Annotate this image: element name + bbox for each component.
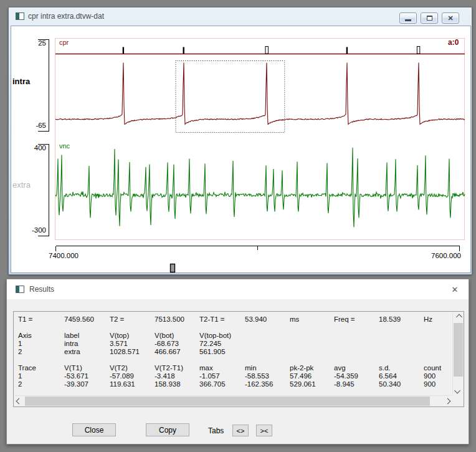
results-line: 1intra3.571-68.67372.245 xyxy=(14,340,452,348)
results-text: T1 =7459.560T2 =7513.500T2-T1 =53.940msF… xyxy=(14,315,452,395)
scroll-left-button[interactable] xyxy=(14,396,24,406)
app-icon xyxy=(16,12,24,20)
tabs-increase-button[interactable]: >< xyxy=(256,425,272,436)
y-axis-intra-bottom: -65 xyxy=(25,122,46,129)
minimize-button[interactable] xyxy=(399,12,417,24)
results-app-icon xyxy=(16,286,24,293)
results-line: TraceV(T1)V(T2)V(T2-T1)maxminpk-2-pkavgs… xyxy=(14,364,452,372)
chevron-down-icon xyxy=(454,388,460,394)
minimize-icon xyxy=(405,19,411,21)
close-button[interactable]: ✕ xyxy=(442,12,459,24)
scrollbar-corner xyxy=(453,396,464,406)
results-line: 2-39.307119.631158.938366.705-162.356529… xyxy=(14,380,452,388)
y-axis-extra-top: 400 xyxy=(25,144,46,151)
results-line xyxy=(14,324,452,332)
restore-icon xyxy=(427,16,432,21)
results-line xyxy=(14,356,452,364)
trace2-channel-label: vnc xyxy=(59,142,70,150)
x-axis-left-label: 7400.000 xyxy=(49,252,79,259)
results-line: 1-53.671-57.089-3.418-1.057-58.55357.496… xyxy=(14,372,452,380)
viewer-window-title: cpr intra extra.dtvw-dat xyxy=(28,12,104,21)
chevron-up-icon xyxy=(456,314,462,320)
annotation-label: a:0 xyxy=(448,38,459,47)
results-text-panel[interactable]: T1 =7459.560T2 =7513.500T2-T1 =53.940msF… xyxy=(13,311,464,407)
horizontal-scrollbar-thumb[interactable] xyxy=(25,397,430,406)
viewer-titlebar[interactable]: cpr intra extra.dtvw-dat ✕ xyxy=(9,7,472,26)
vertical-scrollbar-thumb[interactable] xyxy=(454,323,463,377)
copy-button[interactable]: Copy xyxy=(146,423,189,436)
results-window: Results ✕ T1 =7459.560T2 =7513.500T2-T1 … xyxy=(6,279,469,445)
event-channel-label: cpr xyxy=(59,39,69,46)
chevron-right-icon xyxy=(445,398,451,405)
results-line: AxislabelV(top)V(bot)V(top-bot) xyxy=(14,332,452,340)
restore-button[interactable] xyxy=(421,12,438,24)
results-line: 2extra1028.571466.667561.905 xyxy=(14,348,452,356)
vertical-scrollbar[interactable] xyxy=(452,312,464,396)
scroll-up-button[interactable] xyxy=(453,312,464,322)
y-axis-intra-top: 25 xyxy=(25,39,46,47)
plot-area[interactable] xyxy=(11,26,471,273)
close-icon: ✕ xyxy=(447,15,453,22)
results-close-button[interactable]: ✕ xyxy=(449,284,461,295)
viewer-window: cpr intra extra.dtvw-dat ✕ xyxy=(8,7,472,275)
results-line: T1 =7459.560T2 =7513.500T2-T1 =53.940msF… xyxy=(14,315,452,324)
trace1-name-label: intra xyxy=(12,77,30,86)
chevron-left-icon xyxy=(16,398,22,405)
results-window-title: Results xyxy=(29,285,54,294)
results-titlebar[interactable]: Results ✕ xyxy=(7,279,469,299)
trace2-name-label: extra xyxy=(12,180,31,190)
tabs-decrease-button[interactable]: <> xyxy=(232,425,249,436)
scroll-right-button[interactable] xyxy=(442,396,453,406)
close-results-button[interactable]: Close xyxy=(72,423,116,436)
scroll-down-button[interactable] xyxy=(453,385,464,396)
tabs-label: Tabs xyxy=(208,426,224,435)
x-axis-right-label: 7600.000 xyxy=(417,252,461,259)
y-axis-extra-bottom: -300 xyxy=(25,226,46,234)
horizontal-scrollbar[interactable] xyxy=(14,395,453,406)
